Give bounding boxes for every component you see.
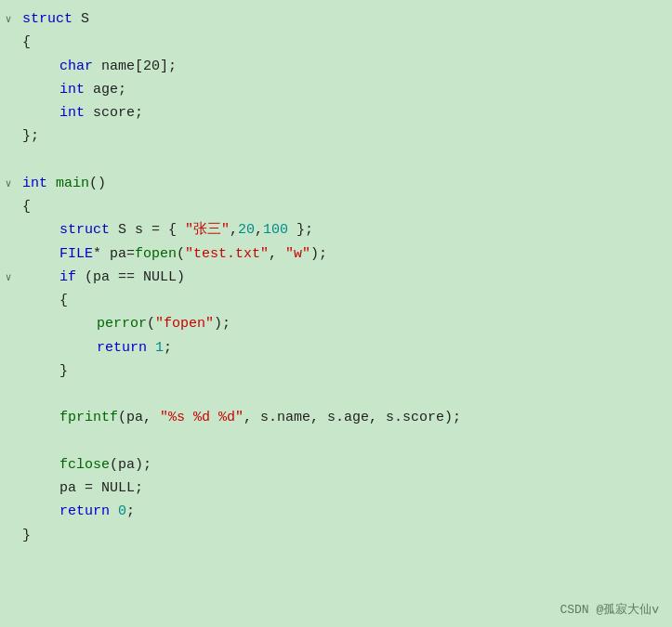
code-line: return 0;: [0, 500, 672, 523]
token-kw: return: [97, 340, 147, 356]
token-num: 20: [238, 222, 255, 238]
line-content: [17, 150, 672, 171]
token-str: "张三": [185, 222, 230, 238]
code-line: {: [0, 289, 672, 312]
line-content: int score;: [17, 102, 672, 124]
code-line: int age;: [0, 78, 672, 101]
code-line: return 1;: [0, 336, 672, 359]
token-fn: main: [56, 176, 89, 191]
code-line: ∨struct S: [0, 7, 672, 31]
line-content: FILE* pa=fopen("test.txt", "w");: [17, 243, 672, 265]
watermark: CSDN @孤寂大仙v: [560, 601, 659, 618]
token-fn: fopen: [135, 246, 177, 262]
gutter-marker: ∨: [0, 176, 17, 192]
token-kw: int: [22, 176, 47, 191]
code-line: char name[20];: [0, 55, 672, 78]
token-sym: (: [177, 246, 185, 262]
line-content: return 1;: [17, 337, 672, 359]
token-sym: ;: [126, 503, 135, 519]
line-content: {: [17, 32, 672, 53]
token-sym: ,: [255, 222, 263, 238]
line-content: {: [17, 196, 672, 217]
token-sym: ,: [269, 246, 285, 262]
line-content: [17, 384, 672, 405]
line-content: int main(): [17, 173, 672, 194]
token-sym: ,: [230, 222, 238, 238]
code-line: [0, 383, 672, 406]
token-sym: );: [214, 316, 231, 332]
code-line: fprintf(pa, "%s %d %d", s.name, s.age, s…: [0, 406, 672, 429]
token-sym: );: [310, 246, 327, 262]
token-sym: [147, 340, 155, 356]
code-line: struct S s = { "张三",20,100 };: [0, 218, 672, 242]
line-content: perror("fopen");: [17, 313, 672, 334]
code-line: }: [0, 524, 672, 547]
token-sym: {: [22, 199, 31, 215]
token-str: "w": [285, 246, 310, 262]
token-kw: if: [59, 269, 76, 285]
code-line: {: [0, 195, 672, 218]
token-sym: }: [22, 528, 31, 543]
code-line: }: [0, 359, 672, 383]
code-lines: ∨struct S{char name[20];int age;int scor…: [0, 7, 672, 547]
line-content: fprintf(pa, "%s %d %d", s.name, s.age, s…: [17, 407, 672, 428]
line-content: [17, 431, 672, 452]
code-line: ∨if (pa == NULL): [0, 266, 672, 289]
token-kw: int: [59, 105, 85, 121]
token-kw: FILE: [59, 246, 93, 262]
token-sym: }: [59, 363, 68, 379]
token-kw: struct: [59, 222, 110, 238]
code-line: pa = NULL;: [0, 477, 672, 500]
token-sym: score;: [85, 105, 143, 121]
line-content: struct S: [17, 8, 672, 30]
token-sym: , s.name, s.age, s.score);: [244, 410, 461, 425]
code-line: };: [0, 124, 672, 148]
code-line: {: [0, 31, 672, 54]
token-sym: (pa,: [118, 410, 160, 425]
code-line: fclose(pa);: [0, 453, 672, 477]
line-content: fclose(pa);: [17, 454, 672, 476]
gutter-marker: ∨: [0, 12, 17, 28]
line-content: }: [17, 525, 672, 546]
line-content: int age;: [17, 79, 672, 100]
token-sym: pa = NULL;: [59, 480, 143, 496]
token-fn: perror: [97, 316, 147, 332]
line-content: char name[20];: [17, 56, 672, 77]
token-sym: };: [22, 128, 39, 144]
line-content: pa = NULL;: [17, 477, 672, 499]
token-str: "fopen": [155, 316, 214, 332]
code-line: int score;: [0, 101, 672, 124]
code-line: ∨int main(): [0, 172, 672, 195]
token-kw: return: [59, 503, 110, 519]
token-kw: struct: [22, 11, 72, 27]
code-line: perror("fopen");: [0, 312, 672, 335]
token-num: 1: [155, 340, 164, 356]
line-content: if (pa == NULL): [17, 267, 672, 288]
token-fn: fprintf: [59, 410, 118, 425]
code-editor: ∨struct S{char name[20];int age;int scor…: [0, 0, 672, 627]
token-kw: int: [59, 82, 85, 98]
token-sym: };: [288, 222, 313, 238]
token-sym: (pa == NULL): [76, 269, 185, 285]
token-sym: age;: [85, 82, 126, 98]
token-num: 0: [118, 503, 126, 519]
token-kw: char: [59, 59, 93, 74]
line-content: {: [17, 290, 672, 311]
token-sym: S s = {: [110, 222, 185, 238]
code-line: [0, 149, 672, 172]
token-sym: {: [59, 293, 68, 308]
token-num: 100: [263, 222, 288, 238]
token-fn: fclose: [59, 457, 110, 473]
line-content: struct S s = { "张三",20,100 };: [17, 219, 672, 241]
token-sym: (: [147, 316, 155, 332]
gutter-marker: ∨: [0, 270, 17, 286]
code-line: FILE* pa=fopen("test.txt", "w");: [0, 242, 672, 266]
token-sym: ;: [164, 340, 172, 356]
token-sym: (): [89, 176, 106, 191]
token-sym: * pa=: [93, 246, 135, 262]
token-sym: S: [72, 11, 89, 27]
token-sym: (pa);: [110, 457, 152, 473]
code-line: [0, 430, 672, 453]
token-sym: [47, 176, 56, 191]
line-content: return 0;: [17, 501, 672, 522]
